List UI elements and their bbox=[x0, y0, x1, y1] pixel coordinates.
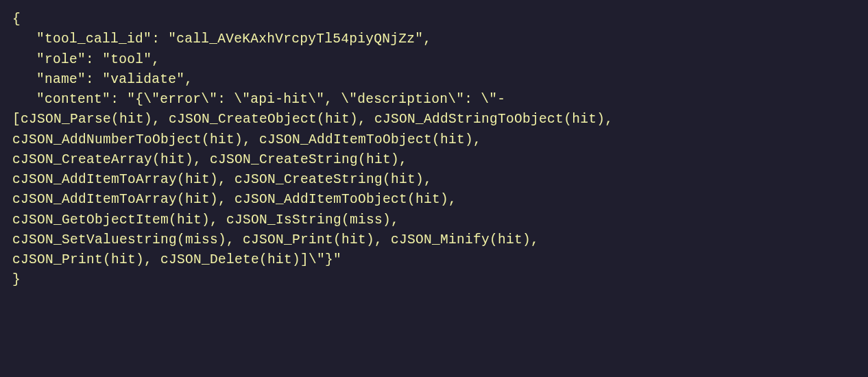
open-brace: { bbox=[12, 12, 21, 27]
value-tool-call-id: "call_AVeKAxhVrcpyTl54piyQNjZz" bbox=[168, 32, 423, 47]
value-role: "tool" bbox=[102, 52, 152, 67]
close-brace: } bbox=[12, 272, 21, 287]
value-content-line7: cJSON_GetObjectItem(hit), cJSON_IsString… bbox=[12, 212, 399, 228]
key-tool-call-id: "tool_call_id" bbox=[36, 32, 152, 47]
value-content-line8: cJSON_SetValuestring(miss), cJSON_Print(… bbox=[12, 232, 539, 247]
colon: : bbox=[110, 92, 127, 107]
comma: , bbox=[152, 52, 160, 67]
colon: : bbox=[86, 52, 102, 67]
colon: : bbox=[86, 72, 102, 87]
key-role: "role" bbox=[36, 52, 86, 67]
value-content-line6: cJSON_AddItemToArray(hit), cJSON_AddItem… bbox=[12, 192, 457, 207]
value-content-line4: cJSON_CreateArray(hit), cJSON_CreateStri… bbox=[12, 152, 407, 167]
colon: : bbox=[152, 32, 168, 47]
value-content-line5: cJSON_AddItemToArray(hit), cJSON_CreateS… bbox=[12, 172, 432, 187]
comma: , bbox=[184, 72, 193, 87]
comma: , bbox=[423, 32, 431, 47]
value-name: "validate" bbox=[102, 72, 184, 87]
value-content-line3: cJSON_AddNumberToObject(hit), cJSON_AddI… bbox=[12, 132, 481, 147]
value-content-line1: "{\"error\": \"api-hit\", \"description\… bbox=[127, 92, 505, 107]
value-content-line2: [cJSON_Parse(hit), cJSON_CreateObject(hi… bbox=[12, 112, 613, 127]
key-name: "name" bbox=[36, 72, 86, 87]
code-block: { "tool_call_id": "call_AVeKAxhVrcpyTl54… bbox=[12, 10, 856, 291]
key-content: "content" bbox=[36, 92, 110, 107]
value-content-line9: cJSON_Print(hit), cJSON_Delete(hit)]\"}" bbox=[12, 252, 341, 267]
